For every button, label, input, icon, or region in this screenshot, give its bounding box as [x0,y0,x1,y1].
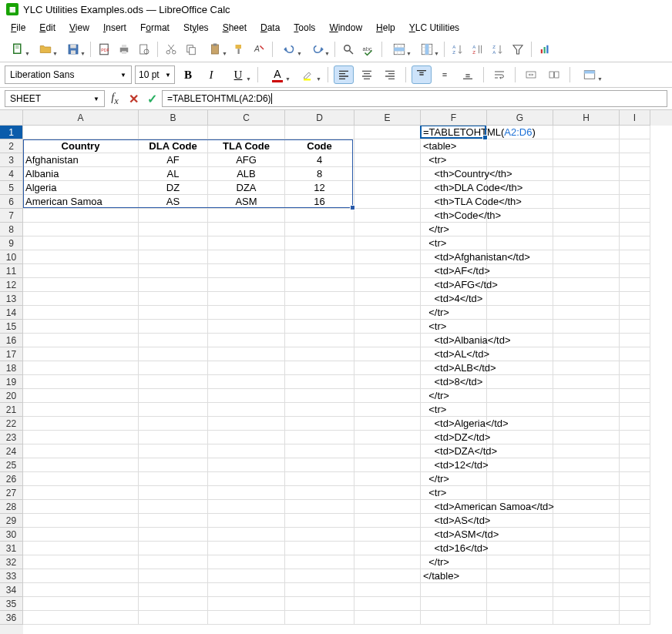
cell-H11[interactable] [553,264,620,278]
cell-B20[interactable] [139,389,208,403]
cell-D22[interactable] [285,417,354,431]
cell-I19[interactable] [620,375,650,389]
cell-B22[interactable] [139,417,208,431]
menu-file[interactable]: File [5,20,32,35]
cell-E5[interactable] [354,181,421,195]
cell-F36[interactable] [421,611,487,625]
cell-B32[interactable] [139,555,208,569]
col-header-B[interactable]: B [139,110,208,126]
cell-A26[interactable] [23,472,139,486]
cell-E35[interactable] [354,597,421,611]
cell-A3[interactable]: Afghanistan [23,153,139,167]
cell-A5[interactable]: Algeria [23,181,139,195]
cell-E25[interactable] [354,458,421,472]
cell-I28[interactable] [620,500,650,514]
bold-button[interactable]: B [178,65,198,84]
cell-B27[interactable] [139,486,208,500]
cell-I3[interactable] [620,153,650,167]
font-name-combo[interactable]: Liberation Sans▼ [5,65,132,84]
cell-D34[interactable] [285,583,354,597]
cell-I33[interactable] [620,569,650,583]
cell-H1[interactable] [553,126,620,139]
align-top-button[interactable] [412,65,432,84]
cell-G36[interactable] [487,611,553,625]
row-header-29[interactable]: 29 [0,514,23,528]
cancel-button[interactable]: ✕ [125,90,142,107]
row-button[interactable]: ▼ [386,40,412,59]
wrap-text-button[interactable] [489,65,509,84]
cell-E17[interactable] [354,347,421,361]
cell-E14[interactable] [354,306,421,320]
cell-E11[interactable] [354,264,421,278]
align-bottom-button[interactable] [458,65,478,84]
cell-B25[interactable] [139,458,208,472]
find-button[interactable] [339,40,358,59]
row-header-31[interactable]: 31 [0,542,23,555]
formula-input[interactable]: =TABLETOHTML(A2:D6) [162,90,667,107]
cell-D29[interactable] [285,514,354,528]
cell-I7[interactable] [620,209,650,223]
cell-A23[interactable] [23,431,139,444]
paste-button[interactable]: ▼ [202,40,228,59]
cell-F34[interactable] [421,583,487,597]
cell-B15[interactable] [139,320,208,334]
cell-E36[interactable] [354,611,421,625]
cell-I8[interactable] [620,223,650,236]
sort-button[interactable]: AZ [469,40,487,59]
cell-I26[interactable] [620,472,650,486]
row-header-12[interactable]: 12 [0,278,23,292]
cell-I23[interactable] [620,431,650,444]
cell-D24[interactable] [285,444,354,458]
col-header-I[interactable]: I [620,110,650,126]
accept-button[interactable]: ✓ [143,90,160,107]
cell-A8[interactable] [23,223,139,236]
cell-D25[interactable] [285,458,354,472]
cell-D21[interactable] [285,403,354,417]
cell-I2[interactable] [620,139,650,153]
cell-I11[interactable] [620,264,650,278]
autofilter-button[interactable] [509,40,527,59]
cell-A13[interactable] [23,292,139,306]
cell-E29[interactable] [354,514,421,528]
cell-B21[interactable] [139,403,208,417]
cell-E22[interactable] [354,417,421,431]
cell-C27[interactable] [208,486,285,500]
row-header-17[interactable]: 17 [0,347,23,361]
print-preview-button[interactable] [135,40,153,59]
row-header-1[interactable]: 1 [0,126,23,139]
cell-C20[interactable] [208,389,285,403]
cell-D33[interactable] [285,569,354,583]
cell-D5[interactable]: 12 [285,181,354,195]
cell-E33[interactable] [354,569,421,583]
cell-I24[interactable] [620,444,650,458]
cell-H27[interactable] [553,486,620,500]
cell-C18[interactable] [208,361,285,375]
cell-B36[interactable] [139,611,208,625]
cell-I30[interactable] [620,528,650,542]
menu-styles[interactable]: Styles [177,20,215,35]
row-header-14[interactable]: 14 [0,306,23,320]
cell-C3[interactable]: AFG [208,153,285,167]
cell-E34[interactable] [354,583,421,597]
cell-I1[interactable] [620,126,650,139]
cell-E10[interactable] [354,250,421,264]
cell-C14[interactable] [208,306,285,320]
cell-A22[interactable] [23,417,139,431]
highlight-button[interactable]: ▼ [294,65,322,84]
row-header-30[interactable]: 30 [0,528,23,542]
cell-H22[interactable] [553,417,620,431]
cell-I14[interactable] [620,306,650,320]
cell-I21[interactable] [620,403,650,417]
cell-I20[interactable] [620,389,650,403]
cell-A2[interactable]: Country [23,139,139,153]
cell-C32[interactable] [208,555,285,569]
row-header-15[interactable]: 15 [0,320,23,334]
cell-A28[interactable] [23,500,139,514]
cell-I25[interactable] [620,458,650,472]
col-header-D[interactable]: D [285,110,354,126]
cell-H36[interactable] [553,611,620,625]
cell-E7[interactable] [354,209,421,223]
sort-desc-button[interactable]: ZA [489,40,507,59]
row-header-34[interactable]: 34 [0,583,23,597]
cell-A18[interactable] [23,361,139,375]
